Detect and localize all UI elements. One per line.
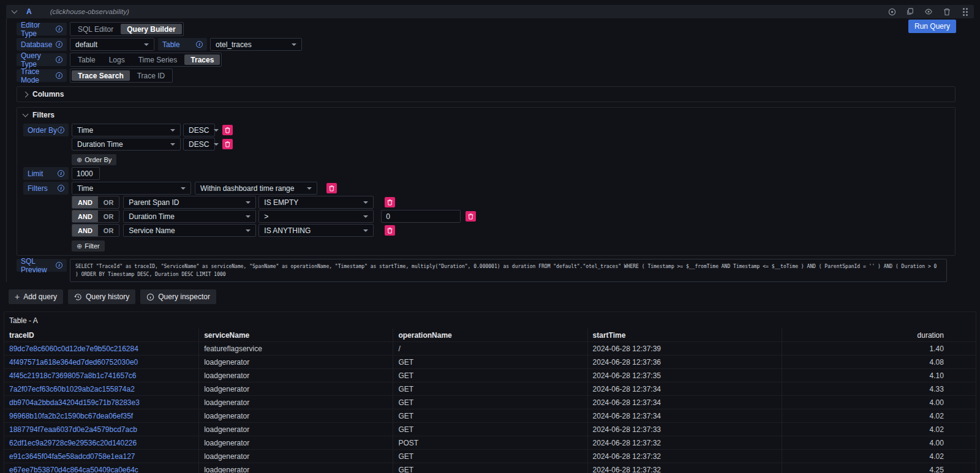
operation-name-cell: GET	[393, 449, 587, 463]
query-history-button[interactable]: Query history	[68, 289, 135, 304]
trash-icon[interactable]	[942, 7, 952, 17]
filter-value-input[interactable]	[381, 210, 461, 223]
operation-name-cell: POST	[393, 436, 587, 449]
circle-dot-icon[interactable]	[887, 7, 897, 17]
query-row-header[interactable]: A (clickhouse-observability)	[6, 5, 974, 18]
filters-section-header[interactable]: Filters	[23, 110, 949, 120]
filter-operator-select[interactable]: >	[258, 210, 374, 223]
editor-type-option-query-builder[interactable]: Query Builder	[121, 24, 181, 34]
remove-filter-button[interactable]	[466, 211, 476, 222]
trace-id-cell: e91c3645f04fa5e58adcd0758e1ea127	[4, 449, 198, 463]
table-row: 1887794f7eaa6037d0e2a4579bcd7acb loadgen…	[4, 422, 976, 436]
and-option[interactable]: AND	[72, 196, 98, 208]
trace-id-link[interactable]: e91c3645f04fa5e58adcd0758e1ea127	[9, 452, 135, 461]
trace-id-link[interactable]: 1887794f7eaa6037d0e2a4579bcd7acb	[9, 425, 137, 434]
eye-icon[interactable]	[924, 7, 933, 17]
order-by-direction-select[interactable]: DESC	[183, 138, 215, 151]
info-icon[interactable]: i	[58, 185, 64, 192]
duration-cell: 4.02	[782, 449, 976, 463]
or-option[interactable]: OR	[98, 210, 119, 222]
filter-operator-select[interactable]: Within dashboard time range	[195, 182, 317, 195]
remove-filter-button[interactable]	[326, 183, 337, 193]
limit-block: Limit i	[23, 167, 949, 180]
info-icon[interactable]: i	[196, 41, 203, 48]
column-header-starttime[interactable]: startTime	[587, 329, 782, 341]
trace-id-link[interactable]: db9704a2bbda34204d159c71b78283e3	[9, 398, 140, 407]
copy-icon[interactable]	[905, 7, 915, 17]
chevron-down-icon	[307, 187, 312, 190]
start-time-cell: 2024-06-28 12:37:39	[587, 341, 782, 355]
query-type-option-traces[interactable]: Traces	[184, 54, 220, 65]
order-by-field-select[interactable]: Duration Time	[72, 138, 181, 151]
query-type-option-time-series[interactable]: Time Series	[132, 54, 184, 65]
remove-filter-button[interactable]	[385, 197, 395, 207]
table-row: e67ee7b53870d4c864ca50409ca0e64c loadgen…	[4, 463, 976, 473]
filter-field-select[interactable]: Service Name	[123, 224, 256, 237]
remove-filter-button[interactable]	[385, 225, 395, 236]
query-history-label: Query history	[86, 292, 129, 301]
info-icon[interactable]: i	[58, 127, 64, 133]
trace-id-link[interactable]: e67ee7b53870d4c864ca50409ca0e64c	[9, 466, 138, 473]
trace-id-link[interactable]: 62df1ec9a29728c9e29536c20d140226	[9, 439, 137, 447]
limit-input[interactable]	[72, 167, 100, 180]
trace-id-link[interactable]: 4f45c21918c73698057a8b1c741657c6	[9, 371, 137, 380]
service-name-cell: loadgenerator	[198, 368, 393, 382]
filter-operator-select[interactable]: IS EMPTY	[258, 196, 374, 209]
filters-label-text: Filters	[28, 184, 48, 193]
query-type-option-logs[interactable]: Logs	[103, 54, 131, 65]
table-row: 4f45c21918c73698057a8b1c741657c6 loadgen…	[4, 368, 976, 382]
filter-field-select[interactable]: Time	[72, 182, 191, 195]
or-option[interactable]: OR	[98, 225, 119, 236]
add-filter-button[interactable]: ⊕ Filter	[72, 240, 105, 251]
filter-field-value: Time	[77, 184, 93, 193]
add-query-button[interactable]: + Add query	[9, 289, 63, 304]
chevron-down-icon	[214, 143, 219, 146]
column-header-operationname[interactable]: operationName	[393, 329, 587, 341]
chevron-down-icon	[170, 129, 175, 132]
filter-operator-select[interactable]: IS ANYTHING	[258, 224, 374, 237]
editor-type-option-sql-editor[interactable]: SQL Editor	[72, 24, 119, 34]
order-by-field-select[interactable]: Time	[72, 124, 181, 136]
and-or-toggle: AND OR	[72, 196, 119, 209]
info-icon[interactable]: i	[56, 41, 62, 48]
order-by-field-value: Duration Time	[77, 140, 123, 149]
order-by-direction-select[interactable]: DESC	[183, 124, 215, 136]
info-icon[interactable]: i	[56, 72, 62, 79]
trace-id-link[interactable]: 96968b10fa2b2c1590bc67dea06ef35f	[9, 412, 133, 420]
trace-id-link[interactable]: 4f497571a618e364ed7ded60752030e0	[9, 358, 138, 367]
info-icon[interactable]: i	[56, 56, 62, 63]
remove-order-by-button[interactable]	[222, 125, 233, 135]
info-icon[interactable]: i	[56, 26, 62, 32]
chevron-down-icon	[363, 229, 368, 232]
filters-label: Filters i	[23, 182, 69, 195]
trace-mode-option-trace-search[interactable]: Trace Search	[72, 70, 130, 81]
columns-section-header[interactable]: Columns	[23, 89, 949, 99]
query-ref: A	[26, 7, 32, 16]
add-order-by-button[interactable]: ⊕ Order By	[72, 154, 116, 165]
and-option[interactable]: AND	[72, 225, 98, 236]
column-header-traceid[interactable]: traceID	[4, 329, 198, 341]
service-name-cell: loadgenerator	[198, 436, 393, 449]
trace-id-link[interactable]: 7a2f07ecf63c60b1029ab2ac155874a2	[9, 385, 135, 393]
query-type-option-table[interactable]: Table	[72, 54, 102, 65]
info-icon[interactable]: i	[56, 262, 62, 269]
query-type-row: Query Type i Table Logs Time Series Trac…	[17, 53, 974, 67]
order-by-row: Time DESC	[72, 124, 949, 136]
trace-id-link[interactable]: 89dc7e8c6060c0d12de7e9b50c216284	[9, 345, 138, 353]
filter-field-select[interactable]: Duration Time	[123, 210, 256, 223]
database-select[interactable]: default	[70, 38, 154, 51]
run-query-button[interactable]: Run Query	[908, 20, 956, 33]
info-icon[interactable]: i	[58, 170, 64, 177]
query-inspector-button[interactable]: Query inspector	[140, 289, 216, 304]
remove-order-by-button[interactable]	[222, 139, 233, 149]
and-option[interactable]: AND	[72, 210, 98, 222]
column-header-servicename[interactable]: serviceName	[198, 329, 393, 341]
trace-mode-option-trace-id[interactable]: Trace ID	[131, 70, 172, 81]
trace-mode-label-text: Trace Mode	[21, 67, 56, 84]
column-header-duration[interactable]: duration	[782, 329, 976, 341]
filter-field-select[interactable]: Parent Span ID	[123, 196, 256, 209]
drag-handle[interactable]	[963, 8, 968, 16]
duration-cell: 4.08	[782, 355, 976, 368]
table-select[interactable]: otel_traces	[210, 38, 302, 51]
or-option[interactable]: OR	[98, 196, 119, 208]
